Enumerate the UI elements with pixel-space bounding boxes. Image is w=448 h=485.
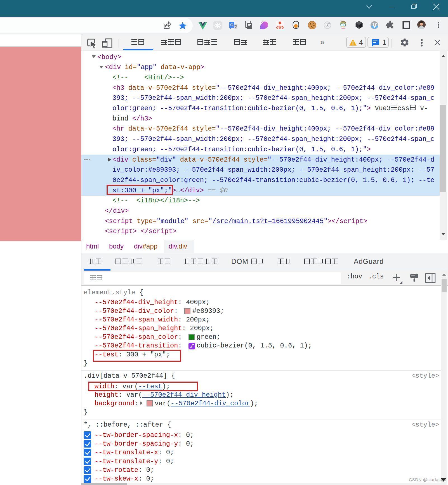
- svg-text:>_: >_: [358, 26, 361, 29]
- svg-text:G: G: [230, 23, 233, 27]
